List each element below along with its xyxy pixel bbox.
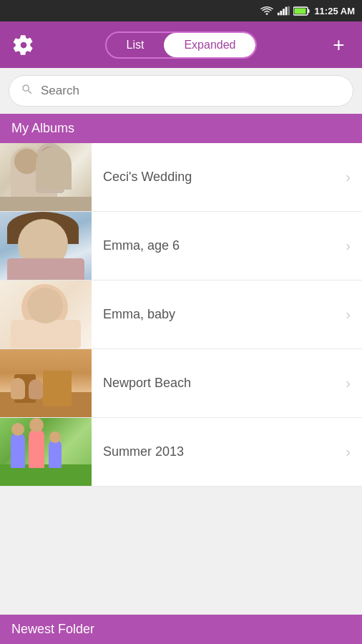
chevron-icon: ›: [346, 375, 362, 391]
add-button[interactable]: +: [323, 29, 355, 61]
my-albums-title: My Albums: [11, 121, 74, 135]
wifi-icon: [260, 6, 273, 16]
signal-icon: [277, 6, 290, 16]
chevron-icon: ›: [346, 444, 362, 460]
album-info: Newport Beach: [92, 376, 346, 391]
list-item[interactable]: Emma, baby ›: [0, 280, 362, 349]
album-name: Emma, age 6: [103, 238, 180, 253]
battery-icon: [293, 6, 310, 16]
list-item[interactable]: Emma, age 6 ›: [0, 212, 362, 280]
album-thumbnail: [0, 280, 92, 348]
status-icons: 11:25 AM: [260, 6, 355, 16]
list-item[interactable]: Ceci's Wedding ›: [0, 143, 362, 212]
album-info: Emma, baby: [92, 307, 346, 322]
tab-expanded[interactable]: Expanded: [164, 33, 255, 57]
newest-folder-title: Newest Folder: [11, 622, 94, 636]
tab-list[interactable]: List: [107, 33, 165, 57]
settings-button[interactable]: [7, 29, 39, 61]
svg-rect-1: [278, 13, 280, 16]
svg-rect-2: [280, 11, 283, 15]
search-icon: [21, 83, 34, 99]
my-albums-section: My Albums Ceci's Wedding ›: [0, 114, 362, 487]
view-toggle: List Expanded: [105, 31, 258, 59]
svg-rect-3: [283, 9, 285, 15]
album-name: Emma, baby: [103, 307, 175, 321]
album-info: Summer 2013: [92, 444, 346, 459]
svg-point-0: [266, 13, 268, 15]
album-list: Ceci's Wedding › Emma, age 6 ›: [0, 143, 362, 487]
album-name: Ceci's Wedding: [103, 170, 192, 184]
album-thumbnail: [0, 212, 92, 280]
status-bar: 11:25 AM: [0, 0, 362, 21]
svg-rect-7: [308, 9, 310, 13]
list-item[interactable]: Newport Beach ›: [0, 349, 362, 418]
chevron-icon: ›: [346, 169, 362, 185]
gear-icon: [13, 34, 34, 56]
album-name: Newport Beach: [103, 376, 191, 390]
album-thumbnail: [0, 349, 92, 417]
list-item[interactable]: Summer 2013 ›: [0, 418, 362, 487]
album-thumbnail: [0, 418, 92, 486]
svg-rect-8: [295, 8, 306, 14]
album-info: Ceci's Wedding: [92, 170, 346, 185]
search-input[interactable]: [41, 84, 341, 98]
album-name: Summer 2013: [103, 444, 184, 459]
newest-folder-header: Newest Folder: [0, 615, 362, 644]
svg-rect-5: [288, 6, 290, 16]
chevron-icon: ›: [346, 238, 362, 254]
my-albums-header: My Albums: [0, 114, 362, 143]
chevron-icon: ›: [346, 306, 362, 323]
search-bar-wrap: [0, 68, 362, 114]
search-bar: [9, 75, 353, 107]
album-info: Emma, age 6: [92, 238, 346, 253]
status-time: 11:25 AM: [314, 6, 355, 16]
svg-rect-4: [285, 7, 288, 16]
album-thumbnail: [0, 143, 92, 211]
top-bar: List Expanded +: [0, 21, 362, 68]
